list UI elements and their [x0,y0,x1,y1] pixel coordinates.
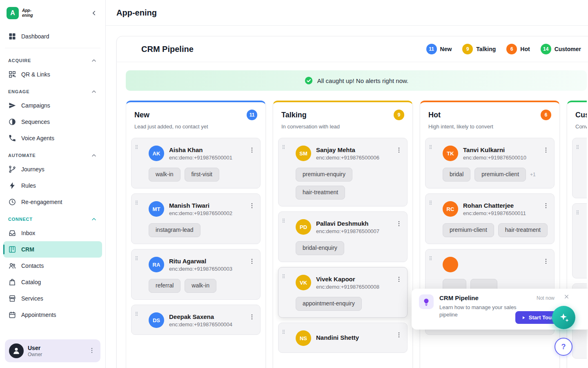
sidebar-item-voice-agents[interactable]: Voice Agents [3,130,102,146]
sidebar-item-reengagement[interactable]: Re-engagement [3,194,102,210]
lead-card-rohan-chatterjee[interactable]: RC Rohan Chatterjee enc:demo:+9198765000… [425,193,555,244]
sidebar-item-label: Sequences [21,119,50,125]
sidebar-collapse-button[interactable] [88,7,100,19]
sidebar-item-crm[interactable]: CRM [3,241,102,258]
drag-handle-icon[interactable] [281,329,286,336]
lead-phone: enc:demo:+919876500006 [316,155,379,161]
card-menu-button[interactable] [247,146,257,155]
sidebar-item-dashboard[interactable]: Dashboard [3,28,102,45]
lead-avatar: TK [443,146,458,161]
logo-text: App-ening [22,8,38,18]
lead-card-nandini-shetty[interactable]: NS Nandini Shetty [278,323,408,353]
card-menu-button[interactable] [541,257,551,267]
sidebar-item-rules[interactable]: Rules [3,177,102,194]
lead-phone: enc:demo:+919876500002 [169,210,232,216]
column-count-badge: 11 [247,110,257,120]
lead-avatar: PD [296,219,311,235]
user-info: User Owner [28,345,42,357]
sidebar-item-label: Appointments [21,312,56,318]
sidebar-item-catalog[interactable]: Catalog [3,274,102,290]
tag: referral [149,279,180,293]
lead-card-pallavi-deshmukh[interactable]: PD Pallavi Deshmukh enc:demo:+9198765000… [278,211,408,262]
user-name: User [28,345,42,351]
lead-name: Tanvi Kulkarni [463,146,526,153]
lead-card[interactable] [572,138,587,198]
app-logo[interactable]: A App-ening [7,7,38,19]
column-header: New 11 Lead just added, no contact yet [126,102,265,130]
card-menu-button[interactable] [247,201,257,211]
drag-handle-icon[interactable] [134,255,139,263]
card-menu-button[interactable] [394,330,404,340]
drag-handle-icon[interactable] [134,311,139,318]
stat-label: Hot [520,46,530,52]
section-header-engage[interactable]: ENGAGE [3,83,102,97]
sidebar-item-label: CRM [21,246,34,253]
sidebar-item-sequences[interactable]: Sequences [3,114,102,130]
column-cards: SM Sanjay Mehta enc:demo:+919876500006 p… [273,130,412,359]
column-count-badge: 6 [541,110,551,120]
sparkle-icon [558,312,570,323]
lead-card-manish-tiwari[interactable]: MT Manish Tiwari enc:demo:+919876500002 … [131,193,261,244]
drag-handle-icon[interactable] [134,144,139,151]
card-menu-button[interactable] [541,201,551,211]
chevron-left-icon [90,9,98,17]
sidebar-item-appointments[interactable]: Appointments [3,307,102,323]
card-menu-button[interactable] [247,257,257,267]
close-icon[interactable] [563,294,570,301]
drag-handle-icon[interactable] [134,200,139,207]
lead-name: Sanjay Mehta [316,146,379,153]
card-menu-button[interactable] [247,312,257,322]
section-header-acquire[interactable]: ACQUIRE [3,52,102,66]
sidebar-item-campaigns[interactable]: Campaigns [3,97,102,114]
lead-name: Manish Tiwari [169,202,232,209]
column-header: Talking 9 In conversation with lead [273,102,412,130]
sidebar-item-label: Services [21,295,43,302]
sidebar-item-label: Journeys [21,166,45,173]
users-icon [8,262,16,270]
drag-handle-icon[interactable] [575,209,580,217]
section-label: ACQUIRE [8,58,31,63]
user-menu-button[interactable] [87,346,96,355]
sidebar-item-qr-links[interactable]: QR & Links [3,66,102,83]
lead-avatar: DS [149,312,164,328]
tag: bridal-enquiry [296,241,344,255]
lead-card-tanvi-kulkarni[interactable]: TK Tanvi Kulkarni enc:demo:+919876500010… [425,138,555,188]
section-header-connect[interactable]: CONNECT [3,210,102,225]
sidebar-item-contacts[interactable]: Contacts [3,258,102,274]
drag-handle-icon[interactable] [575,144,580,151]
lead-card-ritu-agarwal[interactable]: RA Ritu Agarwal enc:demo:+919876500003 r… [131,249,261,300]
card-menu-button[interactable] [394,146,404,155]
section-header-automate[interactable]: AUTOMATE [3,146,102,161]
user-card[interactable]: User Owner [5,339,100,362]
card-menu-button[interactable] [394,275,404,285]
lead-card-vivek-kapoor[interactable]: VK Vivek Kapoor enc:demo:+919876500008 a… [278,267,408,318]
stat-customer: 14 Customer [541,44,581,54]
logo-icon: A [7,7,19,19]
lead-card-sanjay-mehta[interactable]: SM Sanjay Mehta enc:demo:+919876500006 p… [278,138,408,206]
lightning-icon [8,182,16,190]
card-menu-button[interactable] [394,219,404,229]
card-menu-button[interactable] [541,146,551,155]
drag-handle-icon[interactable] [281,218,286,225]
tag: premium-enquiry [296,168,352,182]
ai-assistant-fab[interactable] [552,306,575,329]
tag: walk-in [185,279,216,293]
lead-card-deepak-saxena[interactable]: DS Deepak Saxena enc:demo:+919876500004 [131,305,261,335]
stat-talking: 9 Talking [462,44,496,54]
sidebar-item-journeys[interactable]: Journeys [3,161,102,177]
tag: premium-client [474,168,526,182]
question-mark-label: ? [561,343,566,351]
drag-handle-icon[interactable] [428,255,433,263]
drag-handle-icon[interactable] [281,144,286,151]
alerts-banner: All caught up! No alerts right now. [126,70,587,91]
sidebar-item-inbox[interactable]: Inbox [3,225,102,241]
sidebar-item-services[interactable]: Services [3,290,102,307]
lead-card-aisha-khan[interactable]: AK Aisha Khan enc:demo:+919876500001 wal… [131,138,261,188]
drag-handle-icon[interactable] [428,144,433,151]
help-button[interactable]: ? [555,338,572,356]
drag-handle-icon[interactable] [428,200,433,207]
drag-handle-icon[interactable] [281,273,286,280]
not-now-button[interactable]: Not now [537,295,555,301]
lead-phone: enc:demo:+919876500008 [316,284,379,290]
lead-card[interactable] [572,203,587,278]
